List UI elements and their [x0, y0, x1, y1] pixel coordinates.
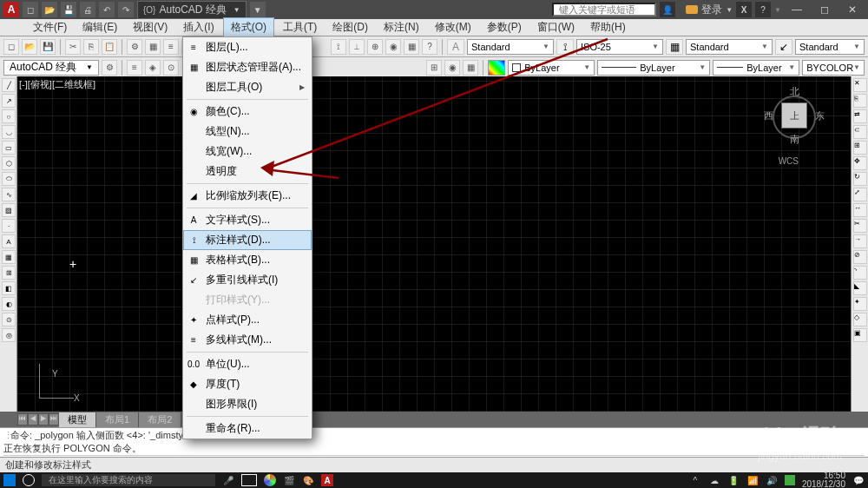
tab-prev[interactable]: ◀ [28, 413, 38, 425]
chamfer-tool[interactable]: ◣ [853, 281, 867, 295]
offset-tool[interactable]: ⊂ [853, 125, 867, 139]
dropdown-item-10[interactable]: ▦表格样式(B)... [183, 250, 312, 270]
windows-start-icon[interactable] [3, 474, 16, 486]
erase-tool[interactable]: ✕ [853, 78, 867, 92]
app1-icon[interactable] [264, 474, 276, 486]
tb-dim4[interactable]: ◉ [385, 39, 401, 55]
view-label[interactable]: [-][俯视][二维线框] [19, 78, 95, 91]
polyline-tool[interactable]: ↗ [2, 94, 16, 108]
open-icon[interactable]: 📂 [42, 2, 57, 17]
tb-match-icon[interactable]: ⚙ [127, 39, 142, 55]
tb-dim3[interactable]: ⊕ [367, 39, 383, 55]
extend-tool[interactable]: → [853, 234, 867, 248]
menu-tools[interactable]: 工具(T) [276, 18, 324, 36]
polygon-tool[interactable]: ⬡ [2, 156, 16, 170]
tb-open-icon[interactable]: 📂 [22, 39, 37, 55]
stretch-tool[interactable]: ↔ [853, 203, 867, 217]
command-window[interactable]: ⋮命令: _polygon 输入侧面数 <4>: '_dimstyle 正在恢复… [0, 427, 868, 457]
arc-tool[interactable]: ◡ [2, 125, 16, 139]
scale-tool[interactable]: ⤢ [853, 188, 867, 201]
tb-paste-icon[interactable]: 📋 [102, 39, 117, 55]
tb-gear-icon[interactable]: ⚙ [102, 60, 117, 76]
dropdown-item-14[interactable]: ≡多线样式(M)... [183, 330, 312, 350]
tb-new-icon[interactable]: ◻ [3, 39, 19, 55]
hatch-tool[interactable]: ▨ [2, 203, 16, 217]
tab-last[interactable]: ⏭ [49, 413, 59, 425]
spline-tool[interactable]: ∿ [2, 188, 16, 201]
mirror-tool[interactable]: ⇄ [853, 109, 867, 123]
tray-battery-icon[interactable]: 🔋 [727, 474, 740, 486]
dropdown-item-1[interactable]: ▦图层状态管理器(A)... [183, 57, 312, 77]
dropdown-item-7[interactable]: ◢比例缩放列表(E)... [183, 186, 312, 206]
tb-layer-tool-icon[interactable]: ⊙ [163, 60, 179, 76]
tb-layer-state-icon[interactable]: ◈ [145, 60, 161, 76]
mic-icon[interactable]: 🎤 [222, 474, 234, 486]
print-icon[interactable]: 🖨 [80, 2, 95, 17]
copy-tool[interactable]: ⎘ [853, 94, 867, 108]
tb-block-icon[interactable]: ▦ [145, 39, 161, 55]
mod17[interactable]: ▣ [853, 328, 867, 342]
new-icon[interactable]: ◻ [23, 2, 38, 17]
redo-icon[interactable]: ↷ [118, 2, 134, 17]
trim-tool[interactable]: ✂ [853, 219, 867, 233]
cmd-handle[interactable]: ⋮ [3, 430, 10, 441]
app2-icon[interactable]: 🎬 [283, 474, 295, 486]
menu-parametric[interactable]: 参数(P) [480, 18, 529, 36]
search-icon[interactable]: 👤 [660, 2, 675, 17]
fillet-tool[interactable]: ◝ [853, 266, 867, 280]
undo-icon[interactable]: ↶ [99, 2, 115, 17]
draw17[interactable]: ◎ [2, 328, 16, 342]
color-combo[interactable]: ByLayer▼ [508, 60, 595, 76]
line-tool[interactable]: ╱ [2, 78, 16, 92]
windows-search-input[interactable]: 在这里输入你要搜索的内容 [42, 474, 215, 486]
array-tool[interactable]: ⊞ [853, 141, 867, 155]
dropdown-item-16[interactable]: ◆厚度(T) [183, 374, 312, 394]
tb-layer-mgr-icon[interactable]: ≡ [127, 60, 142, 76]
dropdown-item-8[interactable]: A文字样式(S)... [183, 210, 312, 230]
menu-format[interactable]: 格式(O) [223, 17, 274, 37]
tb-dim1[interactable]: ⟟ [331, 39, 346, 55]
tb-layer-icon[interactable]: ≡ [163, 39, 179, 55]
cortana-icon[interactable] [23, 474, 35, 486]
break-tool[interactable]: ⊘ [853, 250, 867, 264]
textstyle-icon[interactable]: A [447, 39, 464, 55]
text-tool[interactable]: A [2, 234, 16, 248]
dropdown-item-0[interactable]: ≡图层(L)... [183, 37, 312, 57]
minimize-arrow-icon[interactable]: ▼ [250, 2, 266, 17]
draw16[interactable]: ⊙ [2, 313, 16, 326]
mod16[interactable]: ◇ [853, 313, 867, 326]
tab-model[interactable]: 模型 [59, 412, 96, 427]
maximize-button[interactable]: ◻ [812, 2, 837, 17]
tab-first[interactable]: ⏮ [17, 413, 28, 425]
circle-tool[interactable]: ○ [2, 109, 16, 123]
tb-obj2[interactable]: ◉ [444, 60, 460, 76]
menu-dimension[interactable]: 标注(N) [377, 18, 426, 36]
menu-edit[interactable]: 编辑(E) [76, 18, 124, 36]
menu-draw[interactable]: 绘图(D) [326, 18, 375, 36]
dropdown-item-6[interactable]: 透明度 [183, 162, 312, 181]
dropdown-item-17[interactable]: 图形界限(I) [183, 394, 312, 414]
exchange-icon[interactable]: X [736, 2, 752, 17]
taskview-icon[interactable] [241, 474, 257, 486]
app3-icon[interactable]: 🎨 [302, 474, 314, 486]
point-tool[interactable]: · [2, 219, 16, 233]
region-tool[interactable]: ◧ [2, 281, 16, 295]
tray-sound-icon[interactable]: 🔊 [766, 474, 778, 486]
rect-tool[interactable]: ▭ [2, 141, 16, 155]
help-icon[interactable]: ? [755, 2, 771, 17]
plotstyle-combo[interactable]: BYCOLOR▼ [802, 60, 865, 76]
table-tool[interactable]: ⊞ [2, 266, 16, 280]
close-button[interactable]: ✕ [840, 2, 865, 17]
menu-view[interactable]: 视图(V) [126, 18, 174, 36]
tb-obj3[interactable]: ▦ [463, 60, 478, 76]
save-icon[interactable]: 💾 [61, 2, 76, 17]
notification-icon[interactable]: 💬 [852, 474, 865, 486]
drawing-canvas[interactable]: [-][俯视][二维线框] + Y X 北 南 东 西 上 WCS [17, 76, 851, 412]
tb-obj1[interactable]: ⊞ [426, 60, 442, 76]
viewcube[interactable]: 北 南 东 西 上 [764, 85, 825, 146]
textstyle-combo[interactable]: Standard▼ [467, 39, 554, 55]
lineweight-combo[interactable]: ByLayer▼ [713, 60, 799, 76]
help-search-input[interactable] [552, 3, 656, 16]
menu-modify[interactable]: 修改(M) [428, 18, 478, 36]
tray-wifi-icon[interactable]: 📶 [746, 474, 759, 486]
